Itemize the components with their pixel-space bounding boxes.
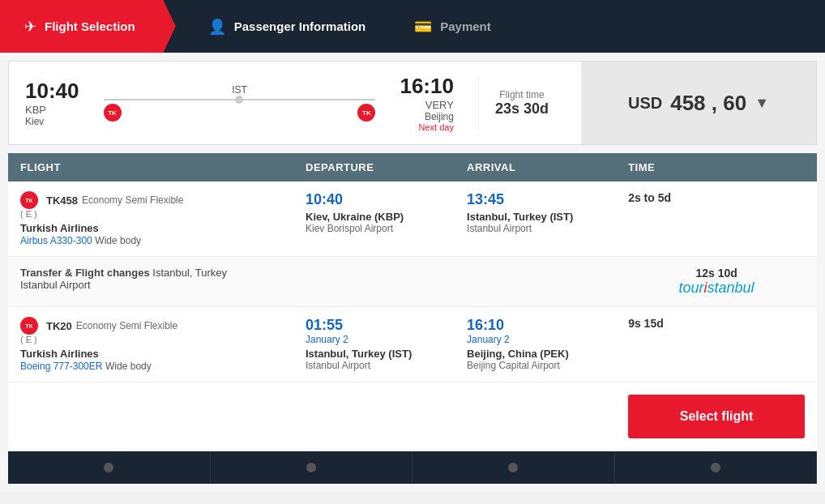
flight-class-1: Economy Semi Flexible	[82, 194, 183, 206]
price-currency: USD	[628, 94, 662, 113]
dep-airport-2: Istanbul Airport	[306, 360, 442, 371]
stopover-label: IST	[232, 84, 247, 96]
select-cell: Select flight	[616, 382, 817, 451]
arr-location-1: Istanbul, Turkey (IST)	[467, 211, 604, 223]
arr-location-2: Beijing, China (PEK)	[467, 348, 604, 360]
time-cell-1: 2s to 5d	[616, 182, 817, 257]
flight-selection-label: Flight Selection	[45, 19, 135, 33]
arr-time-1: 13:45	[467, 191, 604, 208]
transfer-row: Transfer & Flight changes Istanbul, Turk…	[8, 257, 817, 307]
select-row: Select flight	[8, 382, 817, 451]
dep-location-2: Istanbul, Turkey (IST)	[306, 348, 442, 360]
price-section: USD 458 , 60 ▼	[581, 62, 816, 144]
flight-time-block: Flight time 23s 30d	[478, 77, 565, 130]
price-chevron-icon[interactable]: ▼	[754, 95, 769, 112]
flight-header-2: TK TK20 Economy Semi Flexible	[20, 317, 281, 335]
plane-model-1: Airbus A330-300	[20, 235, 92, 246]
departure-block: 10:40 KBP Kiev	[25, 79, 79, 127]
departure-city: Kiev	[25, 116, 79, 127]
arr-airport-1: Istanbul Airport	[467, 223, 604, 234]
flight-table: FLIGHT DEPARTURE ARRIVAL TIME TK TK458 E…	[8, 153, 817, 451]
dep-date-2: January 2	[306, 334, 442, 345]
dep-time-2: 01:55	[306, 317, 442, 334]
dep-location-1: Kiev, Ukraine (KBP)	[306, 211, 442, 223]
flight-info-cell-2: TK TK20 Economy Semi Flexible ( E ) Turk…	[8, 307, 293, 382]
flight-info-cell: TK TK458 Economy Semi Flexible ( E ) Tur…	[8, 182, 293, 257]
passenger-icon: 👤	[208, 18, 226, 36]
airline-logo-right: TK	[357, 104, 375, 122]
table-row: TK TK458 Economy Semi Flexible ( E ) Tur…	[8, 182, 817, 257]
departure-time: 10:40	[25, 79, 79, 104]
class-badge-1: ( E )	[20, 209, 281, 219]
airline-name-2: Turkish Airlines	[20, 348, 281, 360]
arrival-time: 16:10	[400, 74, 454, 99]
nav-step-flight-selection[interactable]: ✈ Flight Selection	[0, 0, 176, 53]
payment-icon: 💳	[414, 18, 432, 36]
payment-label: Payment	[440, 19, 491, 33]
transfer-info-cell: Transfer & Flight changes Istanbul, Turk…	[8, 257, 293, 307]
transfer-airport: Istanbul Airport	[20, 279, 281, 291]
passenger-label: Passenger Information	[234, 19, 366, 33]
arrival-note: Next day	[419, 122, 454, 132]
departure-cell-1: 10:40 Kiev, Ukraine (KBP) Kiev Borispol …	[293, 182, 455, 257]
flight-time-value: 23s 30d	[495, 100, 549, 117]
transfer-empty-2	[455, 257, 616, 307]
nav-bar: ✈ Flight Selection 👤 Passenger Informati…	[0, 0, 825, 53]
bottom-nav-item-1[interactable]	[8, 451, 211, 484]
wide-body-1: Wide body	[95, 235, 141, 246]
bottom-nav-item-4[interactable]	[615, 451, 818, 484]
class-badge-2: ( E )	[20, 335, 281, 344]
time-cell-2: 9s 15d	[616, 307, 817, 382]
plane-info-1: Airbus A330-300 Wide body	[20, 234, 281, 246]
bottom-dot-1	[104, 463, 113, 472]
transfer-location: Istanbul, Turkey	[152, 267, 227, 279]
bottom-dot-4	[711, 463, 720, 472]
plane-model-2: Boeing 777-300ER	[20, 361, 102, 372]
flight-time-label: Flight time	[499, 89, 544, 100]
airline-name-1: Turkish Airlines	[20, 222, 281, 234]
dep-airport-1: Kiev Borispol Airport	[306, 223, 442, 234]
airline-logos: TK TK	[104, 104, 376, 122]
nav-step-payment[interactable]: 💳 Payment	[390, 0, 515, 53]
bottom-nav-item-2[interactable]	[211, 451, 413, 484]
table-row-2: TK TK20 Economy Semi Flexible ( E ) Turk…	[8, 307, 817, 382]
bottom-nav	[8, 451, 817, 484]
main-content: 10:40 KBP Kiev IST TK TK 16:10 VERY Beij…	[0, 53, 825, 492]
select-spacer	[8, 382, 616, 451]
flight-dot	[235, 96, 243, 104]
transfer-duration: 12s 10d	[628, 267, 805, 280]
select-flight-button[interactable]: Select flight	[628, 395, 805, 438]
tk-logo-2: TK	[20, 317, 38, 335]
flight-number-2: TK20	[46, 320, 72, 332]
departure-cell-2: 01:55 January 2 Istanbul, Turkey (IST) I…	[293, 307, 455, 382]
transfer-time-cell: 12s 10d touristanbul	[616, 257, 817, 307]
dep-time-1: 10:40	[306, 191, 442, 208]
plane-info-2: Boeing 777-300ER Wide body	[20, 360, 281, 372]
flight-class-2: Economy Semi Flexible	[76, 320, 177, 331]
transfer-empty-1	[293, 257, 455, 307]
wide-body-2: Wide body	[105, 361, 152, 372]
price-amount: 458 , 60	[670, 91, 746, 116]
bottom-nav-item-3[interactable]	[412, 451, 615, 484]
flight-selection-icon: ✈	[24, 18, 36, 36]
arrival-cell-2: 16:10 January 2 Beijing, China (PEK) Bei…	[455, 307, 616, 382]
arrival-city: Beijing	[425, 111, 454, 122]
bottom-dot-2	[306, 463, 316, 472]
flight-number-1: TK458	[46, 194, 78, 207]
duration-2: 9s 15d	[628, 317, 664, 330]
flight-summary-left: 10:40 KBP Kiev IST TK TK 16:10 VERY Beij…	[9, 62, 581, 144]
col-departure: DEPARTURE	[293, 153, 455, 182]
logo-highlight: i	[704, 280, 707, 296]
airline-logo-left: TK	[104, 104, 122, 122]
bottom-dot-3	[508, 463, 518, 472]
flight-bar	[104, 99, 376, 100]
duration-1: 2s to 5d	[628, 191, 671, 204]
arrival-block: 16:10 VERY Beijing Next day	[400, 74, 454, 132]
transfer-label: Transfer & Flight changes	[20, 267, 150, 279]
flight-header: TK TK458 Economy Semi Flexible	[20, 191, 281, 209]
col-arrival: ARRIVAL	[455, 153, 616, 182]
col-time: TIME	[616, 153, 817, 182]
nav-step-passenger[interactable]: 👤 Passenger Information	[176, 0, 391, 53]
arrival-cell-1: 13:45 Istanbul, Turkey (IST) Istanbul Ai…	[455, 182, 616, 257]
tk-logo-1: TK	[20, 191, 38, 209]
